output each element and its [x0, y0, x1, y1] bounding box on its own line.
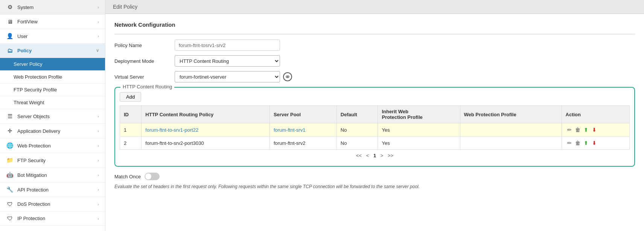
move-down-icon[interactable]: ⬇ — [591, 139, 598, 147]
col-web-protection: Web Protection Profile — [460, 106, 562, 123]
deployment-mode-row: Deployment Mode HTTP Content Routing — [114, 55, 635, 67]
deployment-mode-label: Deployment Mode — [114, 58, 175, 64]
cell-inherit-web: Yes — [378, 123, 460, 137]
svg-point-1 — [287, 76, 288, 78]
delete-icon[interactable]: 🗑 — [574, 126, 582, 134]
fortiview-icon: 🖥 — [6, 18, 14, 25]
chevron-right-icon: › — [97, 173, 99, 177]
chevron-right-icon: › — [97, 202, 99, 207]
chevron-right-icon: › — [97, 187, 99, 192]
pagination-first[interactable]: << — [356, 153, 362, 158]
sidebar-item-bot-mitigation[interactable]: 🤖 Bot Mitigation › — [0, 168, 105, 182]
pagination-last[interactable]: >> — [388, 153, 393, 158]
table-row: 2 forum-ftnt-to-srv2-port3030 forum-ftnt… — [120, 137, 630, 150]
sidebar-item-ip-protection[interactable]: 🛡 IP Protection › — [0, 211, 105, 226]
cell-inherit-web: Yes — [378, 137, 460, 150]
move-up-icon[interactable]: ⬆ — [582, 126, 590, 134]
sidebar-item-application-delivery[interactable]: ✛ Application Delivery › — [0, 124, 105, 138]
policy-name-label: Policy Name — [114, 43, 175, 48]
col-default: Default — [336, 106, 378, 123]
chevron-right-icon: › — [97, 5, 99, 9]
cell-id: 1 — [120, 123, 142, 137]
routing-box-title: HTTP Content Routing — [120, 84, 174, 90]
policy-icon: 🗂 — [6, 47, 14, 54]
col-routing-policy: HTTP Content Routing Policy — [142, 106, 270, 123]
web-protection-icon: 🌐 — [6, 142, 14, 149]
chevron-right-icon: › — [97, 114, 99, 119]
sidebar-item-dos-protection[interactable]: 🛡 DoS Protection › — [0, 197, 105, 211]
cell-action: ✏ 🗑 ⬆ ⬇ — [562, 137, 629, 150]
dos-protection-icon: 🛡 — [6, 201, 14, 207]
delete-icon[interactable]: 🗑 — [574, 139, 582, 147]
virtual-server-select[interactable]: forum-fortinet-vserver — [175, 71, 280, 82]
edit-icon[interactable]: ✏ — [566, 139, 573, 147]
api-protection-icon: 🔧 — [6, 186, 14, 193]
pagination: << < 1 > >> — [120, 150, 630, 161]
sidebar-item-user[interactable]: 👤 User › — [0, 29, 105, 44]
sidebar-sub-label: Web Protection Profile — [14, 74, 99, 80]
pagination-prev[interactable]: < — [366, 153, 369, 158]
sidebar-sub-label: Threat Weight — [14, 100, 99, 105]
sidebar-item-server-objects[interactable]: ☰ Server Objects › — [0, 109, 105, 124]
sidebar-item-policy[interactable]: 🗂 Policy ∨ — [0, 44, 105, 58]
cell-action: ✏ 🗑 ⬆ ⬇ — [562, 123, 629, 137]
col-action: Action — [562, 106, 629, 123]
bot-mitigation-icon: 🤖 — [6, 172, 14, 178]
sidebar-label: FortiView — [17, 19, 97, 24]
move-down-icon[interactable]: ⬇ — [591, 126, 598, 134]
chevron-right-icon: › — [97, 143, 99, 148]
move-up-icon[interactable]: ⬆ — [582, 139, 590, 147]
info-text: Evaluate the set of headers in the first… — [114, 183, 635, 190]
policy-name-row: Policy Name — [114, 40, 635, 51]
sidebar-label: System — [17, 5, 97, 10]
cell-id: 2 — [120, 137, 142, 150]
sidebar-label: FTP Security — [17, 158, 97, 163]
policy-name-input[interactable] — [175, 40, 280, 51]
sidebar-item-web-protection[interactable]: 🌐 Web Protection › — [0, 138, 105, 153]
cell-web-profile — [460, 137, 562, 150]
chevron-down-icon: ∨ — [96, 48, 99, 53]
chevron-right-icon: › — [97, 20, 99, 24]
routing-table: ID HTTP Content Routing Policy Server Po… — [120, 105, 630, 150]
sidebar-label: Application Delivery — [17, 128, 97, 134]
ip-protection-icon: 🛡 — [6, 215, 14, 222]
sidebar-item-web-protection-profile[interactable]: Web Protection Profile — [0, 71, 105, 84]
col-id: ID — [120, 106, 142, 123]
user-icon: 👤 — [6, 33, 14, 40]
sidebar-item-ftp-security[interactable]: 📁 FTP Security › — [0, 153, 105, 168]
sidebar-item-threat-weight[interactable]: Threat Weight — [0, 96, 105, 109]
routing-box: HTTP Content Routing Add ID HTTP Content… — [114, 87, 635, 167]
sidebar-item-fortiview[interactable]: 🖥 FortiView › — [0, 15, 105, 29]
chevron-right-icon: › — [97, 216, 99, 221]
chevron-right-icon: › — [97, 129, 99, 133]
match-once-label: Match Once — [114, 174, 141, 179]
chevron-right-icon: › — [97, 158, 99, 163]
ftp-security-icon: 📁 — [6, 157, 14, 164]
chevron-right-icon: › — [97, 34, 99, 38]
virtual-server-control: forum-fortinet-vserver — [175, 71, 292, 82]
view-icon[interactable] — [283, 72, 292, 81]
app-delivery-icon: ✛ — [6, 128, 14, 134]
cell-routing-policy: forum-ftnt-to-srv2-port3030 — [142, 137, 270, 150]
add-button[interactable]: Add — [120, 92, 141, 102]
table-row: 1 forum-ftnt-to-srv1-port22 forum-ftnt-s… — [120, 123, 630, 137]
sidebar-item-api-protection[interactable]: 🔧 API Protection › — [0, 182, 105, 197]
pagination-next[interactable]: > — [381, 153, 384, 158]
sidebar-sub-label: Server Policy — [14, 61, 99, 67]
deployment-mode-select[interactable]: HTTP Content Routing — [175, 55, 280, 67]
cell-routing-policy[interactable]: forum-ftnt-to-srv1-port22 — [142, 123, 270, 137]
col-inherit-web: Inherit WebProtection Profile — [378, 106, 460, 123]
sidebar-label: User — [17, 33, 97, 39]
sidebar-label: Server Objects — [17, 114, 97, 119]
sidebar-label: DoS Protection — [17, 201, 97, 207]
sidebar-item-server-policy[interactable]: Server Policy — [0, 58, 105, 71]
system-icon: ⚙ — [6, 4, 14, 11]
virtual-server-row: Virtual Server forum-fortinet-vserver — [114, 71, 635, 82]
sidebar-item-ftp-security-profile[interactable]: FTP Security Profile — [0, 84, 105, 96]
cell-server-pool[interactable]: forum-ftnt-srv1 — [269, 123, 336, 137]
virtual-server-label: Virtual Server — [114, 74, 175, 80]
sidebar-item-system[interactable]: ⚙ System › — [0, 0, 105, 15]
match-once-toggle[interactable] — [145, 173, 160, 180]
sidebar: ⚙ System › 🖥 FortiView › 👤 User › 🗂 Poli… — [0, 0, 105, 231]
edit-icon[interactable]: ✏ — [566, 126, 573, 134]
